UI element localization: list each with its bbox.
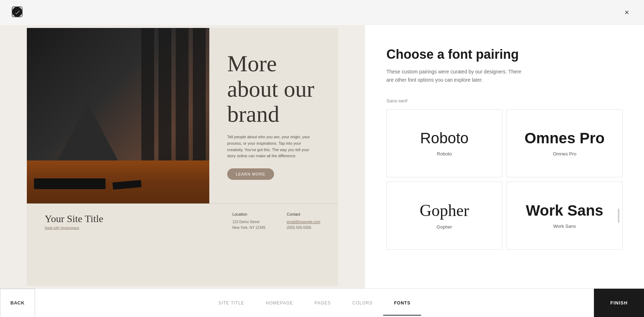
- website-preview: More about our brand Tell people about w…: [27, 28, 338, 286]
- floor-object-1: [34, 178, 106, 189]
- preview-body: Tell people about who you are, your orig…: [227, 134, 313, 159]
- preview-top: More about our brand Tell people about w…: [27, 28, 338, 203]
- font-card-omnes[interactable]: Omnes Pro Omnes Pro: [507, 109, 623, 177]
- panel-description: These custom pairings were curated by ou…: [386, 68, 522, 84]
- nav-step-homepage[interactable]: HOMEPAGE: [255, 301, 304, 306]
- font-grid: Roboto Roboto Omnes Pro Omnes Pro Gopher…: [386, 109, 623, 250]
- font-sub-worksans: Work Sans: [553, 224, 576, 229]
- panel-title: Choose a font pairing: [386, 47, 623, 62]
- preview-text-section: More about our brand Tell people about w…: [209, 28, 338, 203]
- section-label: Sans-serif: [386, 98, 623, 104]
- preview-image: [27, 28, 209, 203]
- location-address1: 123 Demo Street: [232, 219, 265, 225]
- preview-made-with: Made with Squarespace: [45, 226, 103, 230]
- main-content: More about our brand Tell people about w…: [0, 25, 644, 288]
- preview-cta-button: LEARN MORE: [227, 168, 274, 180]
- nav-step-site-title[interactable]: SITE TITLE: [208, 301, 255, 306]
- font-sub-roboto: Roboto: [437, 151, 452, 157]
- preview-footer-cols: Location 123 Demo Street New York, NY 12…: [232, 212, 320, 231]
- preview-contact-col: Contact email@example.com (555) 555-5555: [287, 212, 320, 231]
- squarespace-logo: [11, 5, 24, 20]
- contact-phone: (555) 555-5555: [287, 225, 320, 231]
- font-card-worksans[interactable]: Work Sans Work Sans: [507, 182, 623, 250]
- back-button[interactable]: BACK: [0, 289, 35, 317]
- preview-footer: Your Site Title Made with Squarespace Lo…: [27, 203, 338, 239]
- preview-footer-left: Your Site Title Made with Squarespace: [45, 213, 103, 230]
- preview-headline: More about our brand: [227, 51, 320, 127]
- nav-step-pages[interactable]: PAGES: [304, 301, 341, 306]
- scroll-indicator: [618, 208, 619, 223]
- preview-location-col: Location 123 Demo Street New York, NY 12…: [232, 212, 265, 231]
- nav-step-fonts[interactable]: FONTS: [383, 301, 421, 306]
- right-panel: Choose a font pairing These custom pairi…: [365, 25, 644, 288]
- location-address2: New York, NY 12345: [232, 225, 265, 231]
- font-display-gopher: Gopher: [420, 202, 469, 220]
- font-card-roboto[interactable]: Roboto Roboto: [386, 109, 502, 177]
- preview-panel: More about our brand Tell people about w…: [0, 25, 365, 288]
- font-display-omnes: Omnes Pro: [525, 130, 605, 147]
- bottom-nav: BACK SITE TITLE HOMEPAGE PAGES COLORS FO…: [0, 288, 644, 317]
- nav-steps: SITE TITLE HOMEPAGE PAGES COLORS FONTS: [35, 301, 594, 306]
- preview-site-title: Your Site Title: [45, 213, 103, 225]
- finish-button[interactable]: FINISH: [594, 289, 644, 317]
- font-display-worksans: Work Sans: [526, 202, 603, 219]
- contact-email: email@example.com: [287, 220, 320, 224]
- close-button[interactable]: ×: [620, 6, 633, 19]
- font-display-roboto: Roboto: [420, 130, 468, 147]
- font-sub-gopher: Gopher: [436, 224, 452, 230]
- font-sub-omnes: Omnes Pro: [553, 151, 576, 157]
- contact-label: Contact: [287, 212, 320, 216]
- header: ×: [0, 0, 644, 25]
- font-card-gopher[interactable]: Gopher Gopher: [386, 182, 502, 250]
- nav-step-colors[interactable]: COLORS: [342, 301, 384, 306]
- pyramid-shape: [55, 103, 120, 164]
- location-label: Location: [232, 212, 265, 216]
